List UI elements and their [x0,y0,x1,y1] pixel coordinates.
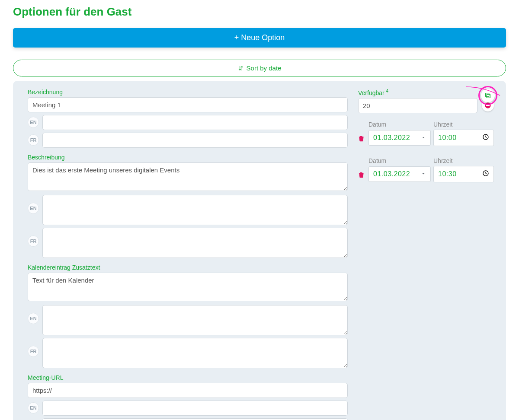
description-input[interactable] [28,162,348,191]
chevron-down-icon [421,134,426,142]
meeting-url-fr-input[interactable] [42,418,348,420]
time-input[interactable]: 10:00 [433,130,494,146]
description-fr-input[interactable] [42,228,348,258]
chevron-down-icon [421,170,426,178]
option-card: Bezeichnung EN FR Beschreibung EN FR [13,81,506,420]
lang-en-badge: EN [28,203,39,214]
timeslot-row: Datum Uhrzeit 01.03.2022 [358,121,494,146]
date-input[interactable]: 01.03.2022 [368,166,431,182]
trash-icon [358,171,365,178]
calendar-text-en-input[interactable] [42,305,348,335]
label-kalender: Kalendereintrag Zusatztext [28,264,348,271]
calendar-text-input[interactable] [28,273,348,301]
clock-icon [482,170,489,178]
label-verfuegbar: Verfügbar 4 [358,89,477,96]
lang-en-badge: EN [28,117,39,128]
description-en-input[interactable] [42,195,348,225]
lang-fr-badge: FR [28,235,39,247]
name-fr-input[interactable] [42,133,348,148]
label-uhrzeit: Uhrzeit [433,157,494,164]
svg-rect-1 [486,93,489,97]
time-input[interactable]: 10:30 [433,166,494,182]
sort-icon [238,65,244,71]
name-en-input[interactable] [42,115,348,130]
page-title: Optionen für den Gast [13,5,506,19]
sort-by-date-label: Sort by date [247,64,282,72]
label-datum: Datum [368,121,429,128]
meeting-url-en-input[interactable] [42,401,348,416]
delete-timeslot-button[interactable] [358,171,366,180]
name-input[interactable] [28,97,348,112]
new-option-button[interactable]: + Neue Option [13,28,506,48]
lang-fr-badge: FR [28,346,39,357]
copy-icon [484,92,491,99]
duplicate-timeslots-button[interactable] [481,89,495,102]
lang-en-badge: EN [28,402,39,414]
label-uhrzeit: Uhrzeit [433,121,494,128]
sort-by-date-button[interactable]: Sort by date [13,60,506,76]
label-meeting-url: Meeting-URL [28,374,348,381]
lang-en-badge: EN [28,313,39,324]
label-datum: Datum [368,157,429,164]
label-beschreibung: Beschreibung [28,154,348,161]
trash-icon [358,135,365,142]
clock-icon [482,134,489,142]
svg-rect-0 [487,94,490,98]
delete-timeslot-button[interactable] [358,135,366,143]
timeslot-row: Datum Uhrzeit 01.03.2022 [358,157,494,182]
svg-rect-3 [486,105,490,106]
calendar-text-fr-input[interactable] [42,338,348,368]
available-input[interactable] [358,98,477,113]
label-bezeichnung: Bezeichnung [28,89,348,95]
date-input[interactable]: 01.03.2022 [368,130,431,146]
meeting-url-input[interactable] [28,383,348,398]
lang-fr-badge: FR [28,134,39,146]
